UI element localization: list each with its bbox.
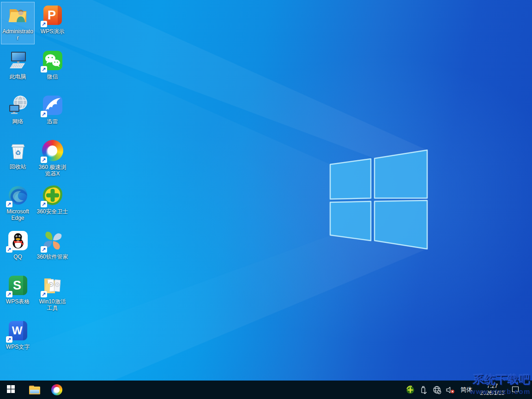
svg-text:♻: ♻ (15, 149, 21, 157)
shortcut-arrow-icon: ↗ (41, 157, 47, 163)
desktop-icon-label: 360 极速浏览器X (36, 164, 69, 177)
clock-time: 7:27 (478, 383, 507, 390)
shortcut-arrow-icon: ↗ (6, 246, 12, 253)
desktop-icon-administrator[interactable]: Administrator (1, 2, 35, 44)
desktop-icon-label: 迅雷 (36, 118, 69, 125)
desktop-icon-label: WPS表格 (1, 298, 34, 305)
desktop-icon-label: 网络 (1, 118, 34, 125)
desktop-icon-label: WPS演示 (36, 28, 69, 35)
shortcut-arrow-icon: ↗ (6, 291, 12, 297)
volume-muted-icon[interactable] (446, 385, 455, 395)
usb-device-icon[interactable] (419, 385, 428, 395)
wechat-icon: ↗ (42, 49, 64, 72)
360-safety-tray-icon[interactable] (405, 385, 415, 395)
taskbar-clock[interactable]: 7:27 2026/1/23 (478, 383, 507, 397)
desktop-icon-label: 360软件管家 (36, 254, 69, 260)
input-method-indicator[interactable]: 简体 (459, 386, 474, 394)
svg-text:S: S (12, 278, 21, 292)
desktop-icon-grid: Administrator P ↗WPS演示 此电脑 ↗微信 网络 ↗迅雷 ♻ … (0, 0, 74, 369)
win10-activator-icon: ↗ (42, 274, 64, 296)
recycle-bin-icon: ♻ (7, 139, 29, 162)
network-blocked-icon[interactable] (432, 385, 441, 395)
desktop-icon-360-browser[interactable]: ↗360 极速浏览器X (36, 137, 69, 180)
desktop-icon-wps-writer[interactable]: W ↗WPS文字 (1, 317, 35, 360)
desktop-icon-recycle-bin[interactable]: ♻ 回收站 (1, 137, 35, 180)
desktop-icon-wechat[interactable]: ↗微信 (36, 47, 69, 90)
taskbar-file-explorer-button[interactable] (24, 381, 45, 399)
windows-start-icon (7, 385, 15, 394)
desktop-icon-360-software[interactable]: ↗360软件管家 (36, 227, 69, 270)
desktop-icon-label: Administrator (1, 28, 34, 41)
360-browser-icon (51, 384, 62, 395)
desktop-icon-label: QQ (1, 254, 34, 260)
network-icon (7, 94, 29, 116)
qq-icon: ↗ (7, 230, 29, 252)
desktop-icon-this-pc[interactable]: 此电脑 (1, 47, 35, 90)
desktop-wallpaper (0, 0, 532, 399)
shortcut-arrow-icon: ↗ (41, 291, 47, 297)
taskbar: 简体 7:27 2026/1/23 (0, 381, 532, 399)
wps-presentation-icon: P ↗ (42, 4, 64, 26)
windows-logo-wallpaper (0, 0, 532, 399)
desktop-icon-label: 微信 (36, 73, 69, 80)
shortcut-arrow-icon: ↗ (41, 201, 47, 207)
file-explorer-icon (29, 386, 40, 394)
shortcut-arrow-icon: ↗ (41, 66, 47, 73)
this-pc-icon (7, 49, 29, 72)
administrator-icon (7, 4, 29, 26)
xunlei-icon: ↗ (42, 94, 64, 116)
clock-date: 2026/1/23 (478, 390, 507, 397)
desktop-icon-xunlei[interactable]: ↗迅雷 (36, 92, 69, 134)
desktop-icon-label: 回收站 (1, 163, 34, 170)
shortcut-arrow-icon: ↗ (6, 336, 12, 343)
shortcut-arrow-icon: ↗ (41, 111, 47, 117)
desktop-icon-label: WPS文字 (1, 344, 34, 350)
taskbar-360-browser-button[interactable] (46, 381, 67, 399)
action-center-icon[interactable] (511, 385, 520, 395)
start-button[interactable] (0, 381, 21, 399)
desktop-icon-win10-activator[interactable]: ↗Win10激活工具 (36, 272, 69, 314)
svg-text:P: P (47, 8, 55, 22)
desktop-icon-label: Win10激活工具 (36, 298, 69, 311)
shortcut-arrow-icon: ↗ (41, 21, 47, 27)
desktop-icon-label: Microsoft Edge (1, 208, 34, 221)
desktop-icon-360-safety[interactable]: ↗360安全卫士 (36, 182, 69, 224)
desktop-icon-wps-presentation[interactable]: P ↗WPS演示 (36, 2, 69, 44)
shortcut-arrow-icon: ↗ (41, 246, 47, 253)
desktop-icon-microsoft-edge[interactable]: ↗Microsoft Edge (1, 182, 35, 224)
shortcut-arrow-icon: ↗ (6, 201, 12, 207)
svg-text:W: W (12, 324, 22, 337)
desktop-icon-label: 此电脑 (1, 73, 34, 80)
wps-writer-icon: W ↗ (7, 320, 29, 342)
360-browser-icon: ↗ (42, 140, 64, 162)
desktop-icon-wps-spreadsheet[interactable]: S ↗WPS表格 (1, 272, 35, 314)
microsoft-edge-icon: ↗ (7, 184, 29, 206)
desktop-icon-label: 360安全卫士 (36, 208, 69, 215)
360-safety-icon: ↗ (42, 184, 64, 206)
wps-spreadsheet-icon: S ↗ (7, 274, 29, 296)
desktop-icon-qq[interactable]: ↗QQ (1, 227, 35, 270)
desktop-icon-network[interactable]: 网络 (1, 92, 35, 134)
360-software-icon: ↗ (42, 230, 64, 252)
